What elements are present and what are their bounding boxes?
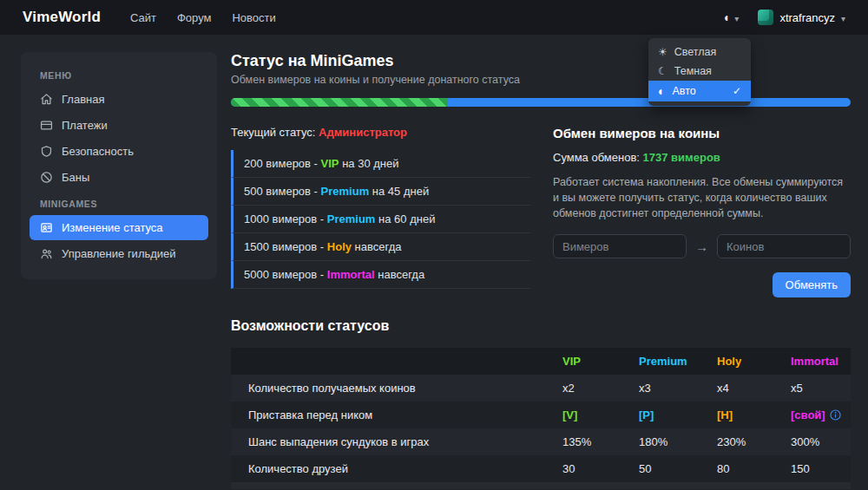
table-row: Количество друзей 30 50 80 150: [231, 455, 851, 482]
current-status-value: Администратор: [319, 126, 407, 139]
sidebar-item-home[interactable]: Главная: [30, 87, 208, 112]
sidebar-section-title: МЕНЮ: [30, 62, 208, 86]
brand-logo[interactable]: VimeWorld: [23, 9, 101, 26]
tier-status-name: VIP: [321, 157, 339, 170]
column-vip: VIP: [562, 355, 639, 368]
sidebar-section-title: MINIGAMES: [30, 191, 208, 214]
tier-row: 1000 вимеров - Premium на 60 дней: [231, 206, 530, 233]
caret-down-icon: [734, 11, 739, 24]
features-table: VIP Premium Holy Immortal Количество пол…: [231, 348, 851, 489]
table-next-row-partial: [231, 482, 851, 489]
moon-icon: [658, 65, 667, 77]
theme-menu: Светлая Темная Авто: [648, 38, 751, 106]
tier-status-name: Immortal: [327, 268, 375, 281]
nav-link-forum[interactable]: Форум: [177, 11, 212, 24]
caret-down-icon: [841, 11, 845, 24]
top-navigation: Сайт Форум Новости: [130, 11, 276, 24]
sidebar-item-label: Изменение статуса: [62, 221, 163, 234]
tier-row: 5000 вимеров - Immortal навсегда: [231, 261, 530, 289]
table-header-row: VIP Premium Holy Immortal: [231, 348, 851, 375]
theme-option-auto[interactable]: Авто: [648, 81, 751, 101]
nav-link-site[interactable]: Сайт: [130, 11, 156, 24]
row-label: Количество друзей: [248, 462, 562, 475]
column-premium: Premium: [639, 355, 717, 368]
payments-icon: [40, 119, 53, 132]
shield-icon: [40, 145, 53, 158]
theme-option-dark[interactable]: Темная: [648, 62, 751, 81]
main-content: Статус на MiniGames Обмен вимеров на кои…: [231, 52, 851, 489]
avatar: [758, 10, 773, 25]
page-title: Статус на MiniGames: [231, 52, 851, 70]
tier-row: 1500 вимеров - Holy навсегда: [231, 233, 530, 261]
status-icon: [40, 221, 53, 234]
theme-option-label: Светлая: [674, 46, 717, 58]
guild-icon: [40, 247, 53, 260]
sidebar-item-label: Безопасность: [62, 145, 134, 158]
sidebar-item-guild[interactable]: Управление гильдией: [30, 241, 208, 266]
sidebar-item-bans[interactable]: Баны: [30, 165, 208, 190]
theme-contrast-icon: [724, 10, 731, 24]
row-label: Шанс выпадения сундуков в играх: [248, 435, 562, 448]
theme-option-light[interactable]: Светлая: [648, 42, 751, 62]
sidebar-item-label: Баны: [62, 171, 89, 184]
table-row: Количество получаемых коинов x2 x3 x4 x5: [231, 375, 851, 402]
ban-icon: [40, 171, 53, 184]
sidebar-item-payments[interactable]: Платежи: [30, 113, 208, 138]
arrow-right-icon: [695, 239, 708, 254]
tier-status-name: Premium: [321, 185, 370, 198]
exchange-sum-label: Сумма обменов:: [553, 151, 640, 164]
sidebar-item-label: Управление гильдией: [62, 247, 176, 260]
username: xtrafrancyz: [779, 11, 835, 24]
current-status-label: Текущий статус:: [231, 126, 315, 139]
accumulation-progress-bar: [231, 98, 851, 107]
tier-row: 500 вимеров - Premium на 45 дней: [231, 178, 530, 206]
page-subtitle: Обмен вимеров на коины и получение донат…: [231, 74, 851, 86]
sidebar-item-label: Главная: [62, 93, 104, 106]
tier-status-name: Holy: [327, 240, 352, 253]
tier-status-name: Premium: [327, 212, 376, 225]
column-holy: Holy: [717, 355, 791, 368]
features-title: Возможности статусов: [231, 318, 851, 334]
exchange-description: Работает система накопления. Все обмены …: [553, 174, 851, 221]
top-bar: VimeWorld Сайт Форум Новости xtrafrancyz: [0, 0, 868, 35]
progress-fill: [231, 98, 448, 107]
theme-option-label: Темная: [674, 65, 712, 77]
current-status: Текущий статус: Администратор: [231, 126, 530, 139]
exchange-sum: Сумма обменов: 1737 вимеров: [553, 151, 851, 164]
coins-input[interactable]: [717, 234, 851, 258]
table-row: Шанс выпадения сундуков в играх 135% 180…: [231, 428, 851, 455]
top-right-controls: xtrafrancyz: [724, 10, 845, 25]
sidebar-item-status-change[interactable]: Изменение статуса: [30, 215, 208, 240]
exchange-sum-value: 1737 вимеров: [643, 151, 720, 164]
user-menu-button[interactable]: xtrafrancyz: [758, 10, 845, 25]
status-tiers-panel: Текущий статус: Администратор 200 вимеро…: [231, 126, 530, 297]
tier-row: 200 вимеров - VIP на 30 дней: [231, 150, 530, 178]
sidebar: МЕНЮ Главная Платежи Безопасность Баны M…: [21, 52, 217, 279]
row-label: Количество получаемых коинов: [248, 382, 562, 395]
exchange-button[interactable]: Обменять: [773, 272, 851, 297]
exchange-panel: Обмен вимеров на коины Сумма обменов: 17…: [553, 126, 851, 297]
sidebar-item-security[interactable]: Безопасность: [30, 139, 208, 164]
theme-option-label: Авто: [672, 85, 695, 97]
exchange-title: Обмен вимеров на коины: [553, 126, 851, 140]
check-icon: [733, 85, 741, 97]
column-immortal: Immortal: [791, 355, 851, 368]
theme-toggle-button[interactable]: [724, 10, 740, 24]
home-icon: [40, 93, 53, 106]
info-icon[interactable]: [830, 409, 841, 421]
auto-theme-icon: [658, 84, 665, 98]
table-row: Приставка перед ником [V] [P] [H] [свой]: [231, 402, 851, 428]
vimers-input[interactable]: [553, 234, 687, 258]
sun-icon: [658, 46, 667, 58]
nav-link-news[interactable]: Новости: [232, 11, 275, 24]
row-label: Приставка перед ником: [248, 408, 562, 421]
sidebar-item-label: Платежи: [62, 119, 108, 132]
